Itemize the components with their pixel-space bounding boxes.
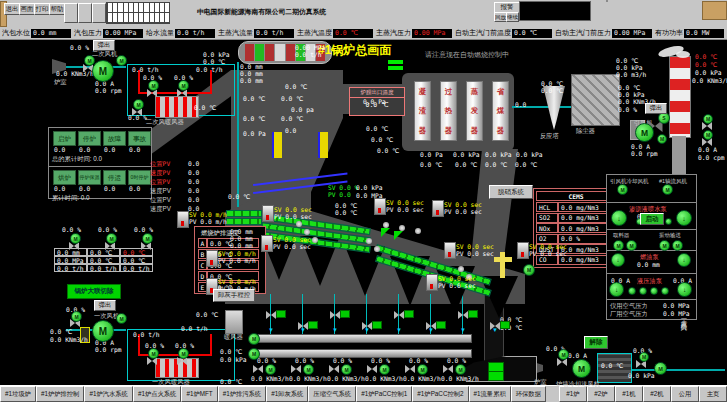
- discharge-valve-icon[interactable]: [253, 365, 263, 373]
- feed-valve-icon[interactable]: [362, 322, 372, 330]
- pump-indicator[interactable]: ↓: [611, 210, 627, 226]
- menu-button-4[interactable]: 帮助: [49, 3, 65, 15]
- popup-button[interactable]: 解除: [584, 336, 608, 349]
- discharge-valve-icon[interactable]: [443, 365, 453, 373]
- feed-valve-icon[interactable]: [426, 322, 436, 330]
- motor-indicator[interactable]: M: [142, 233, 153, 244]
- op2-button-2[interactable]: 停炉保温: [78, 170, 101, 185]
- svpv-actuator-box[interactable]: [206, 250, 218, 267]
- taskbar-unit-tab-6[interactable]: 主页: [699, 386, 727, 402]
- status-dot[interactable]: [628, 287, 636, 295]
- op1-button-4[interactable]: 事故: [128, 131, 151, 146]
- motor-indicator[interactable]: M: [626, 240, 637, 251]
- discharge-valve-icon[interactable]: [291, 365, 301, 373]
- svpv-actuator-box[interactable]: [432, 200, 444, 217]
- taskbar-tab-8[interactable]: 压缩空气系统: [308, 386, 356, 402]
- motor-indicator[interactable]: M: [639, 352, 649, 362]
- op1-button-1[interactable]: 启炉: [53, 131, 76, 146]
- op2-button-3[interactable]: 停运: [103, 170, 126, 185]
- toolbar-slot-2[interactable]: [78, 3, 92, 23]
- motor-indicator[interactable]: M: [248, 333, 260, 345]
- op2-button-4[interactable]: 0时停炉: [128, 170, 151, 185]
- discharge-motor[interactable]: M: [379, 364, 390, 375]
- motor-indicator[interactable]: M: [133, 99, 144, 110]
- discharge-valve-icon[interactable]: [367, 365, 377, 373]
- motor-indicator[interactable]: M: [613, 240, 624, 251]
- status-dot[interactable]: [650, 287, 658, 295]
- motor-indicator[interactable]: M: [178, 80, 189, 91]
- motor-indicator[interactable]: M: [654, 362, 667, 375]
- op2-button-1[interactable]: 烘炉: [53, 170, 76, 185]
- menu-button-2[interactable]: 画面: [19, 3, 35, 15]
- feed-valve-icon[interactable]: [394, 311, 404, 319]
- toolbar-slot-3[interactable]: [92, 3, 106, 23]
- motor-indicator[interactable]: M: [672, 240, 683, 251]
- motor-indicator[interactable]: M: [662, 184, 673, 195]
- motor-indicator[interactable]: M: [523, 264, 535, 276]
- status-dot[interactable]: [661, 287, 669, 295]
- svpv-actuator-box[interactable]: [517, 242, 529, 259]
- menu-button-3[interactable]: 打印: [34, 3, 50, 15]
- motor-indicator[interactable]: M: [92, 60, 114, 82]
- feed-valve-icon[interactable]: [458, 311, 468, 319]
- motor-indicator[interactable]: M: [703, 130, 713, 140]
- discharge-valve-icon[interactable]: [405, 365, 415, 373]
- svpv-actuator-box[interactable]: [177, 211, 189, 228]
- taskbar-tab-3[interactable]: #1炉汽水系统: [84, 386, 133, 402]
- motor-indicator[interactable]: M: [572, 359, 591, 378]
- svpv-actuator-box[interactable]: [444, 242, 456, 259]
- menu-button-1[interactable]: 退出: [4, 3, 20, 15]
- popup-button[interactable]: 弹出: [94, 300, 116, 311]
- discharge-motor[interactable]: M: [417, 364, 428, 375]
- motor-indicator[interactable]: M: [92, 320, 114, 342]
- taskbar-tab-11[interactable]: #1流量累积: [469, 386, 511, 402]
- discharge-motor[interactable]: M: [455, 364, 466, 375]
- motor-indicator[interactable]: M: [178, 348, 189, 359]
- feed-valve-icon[interactable]: [330, 311, 340, 319]
- svpv-actuator-box[interactable]: [261, 235, 273, 252]
- status-dot[interactable]: [639, 287, 647, 295]
- toolbar-slot-1[interactable]: [64, 3, 78, 23]
- discharge-motor[interactable]: M: [303, 364, 314, 375]
- motor-indicator[interactable]: M: [703, 114, 713, 124]
- taskbar-unit-tab-3[interactable]: #1机: [615, 386, 643, 402]
- svpv-actuator-box[interactable]: [426, 274, 438, 291]
- motor-indicator[interactable]: M: [106, 233, 117, 244]
- pump-indicator[interactable]: ↓: [611, 253, 625, 267]
- popup-button[interactable]: 弹出: [645, 103, 667, 114]
- pump-indicator[interactable]: ↓: [676, 210, 692, 226]
- popup-button[interactable]: 启动: [640, 213, 664, 225]
- taskbar-unit-tab-1[interactable]: #1炉: [559, 386, 587, 402]
- motor-indicator[interactable]: M: [116, 55, 127, 66]
- feed-valve-icon[interactable]: [298, 322, 308, 330]
- taskbar-tab-2[interactable]: #1炉炉排控制: [36, 386, 85, 402]
- pump-indicator[interactable]: ↓: [677, 282, 692, 297]
- discharge-valve-icon[interactable]: [329, 365, 339, 373]
- pump-indicator[interactable]: ↓: [677, 253, 691, 267]
- popup-button[interactable]: 卸灰手程控: [213, 289, 255, 302]
- motor-indicator[interactable]: M: [116, 313, 127, 324]
- op1-button-3[interactable]: 故障: [103, 131, 126, 146]
- motor-indicator[interactable]: M: [70, 233, 81, 244]
- motor-indicator[interactable]: M: [148, 80, 159, 91]
- taskbar-unit-tab-5[interactable]: 公用: [671, 386, 699, 402]
- taskbar-tab-9[interactable]: #1炉PaCC控制1: [356, 386, 412, 402]
- status-dot[interactable]: [665, 218, 672, 225]
- motor-indicator[interactable]: M: [659, 240, 670, 251]
- taskbar-tab-7[interactable]: #1卸灰系统: [266, 386, 308, 402]
- feed-valve-icon[interactable]: [490, 322, 500, 330]
- svpv-actuator-box[interactable]: [374, 198, 386, 215]
- alarm-lamp-grid[interactable]: [106, 2, 170, 24]
- discharge-motor[interactable]: M: [265, 364, 276, 375]
- taskbar-unit-tab-4[interactable]: #2机: [643, 386, 671, 402]
- taskbar-tab-12[interactable]: 环保数据: [511, 386, 546, 402]
- popup-button[interactable]: 脱硝系统: [489, 185, 533, 199]
- motor-indicator[interactable]: M: [148, 348, 159, 359]
- taskbar-tab-6[interactable]: #1炉排污系统: [218, 386, 267, 402]
- popup-button[interactable]: 弹出: [93, 40, 115, 51]
- taskbar-tab-1[interactable]: #1垃圾炉: [0, 386, 36, 402]
- motor-indicator[interactable]: M: [558, 349, 569, 360]
- feed-valve-icon[interactable]: [266, 311, 276, 319]
- discharge-motor[interactable]: M: [341, 364, 352, 375]
- motor-indicator[interactable]: M: [657, 134, 667, 144]
